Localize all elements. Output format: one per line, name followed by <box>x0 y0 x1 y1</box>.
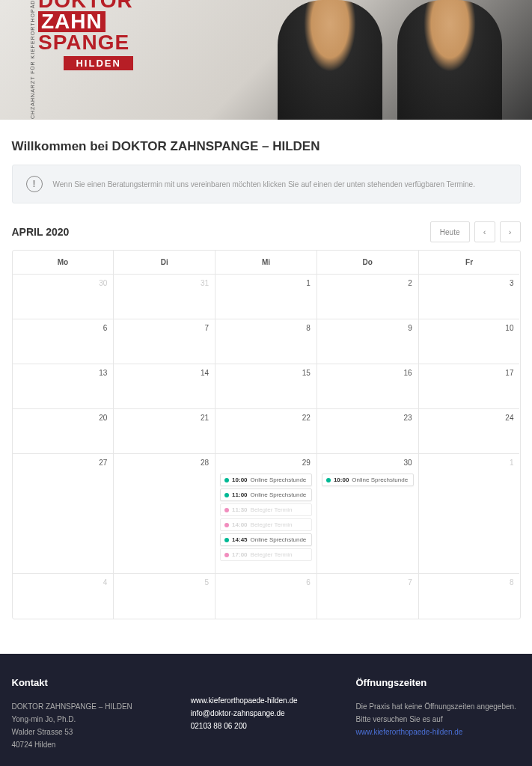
slot-label: Belegter Termin <box>251 521 293 528</box>
calendar-day-cell[interactable]: 6 <box>13 319 114 364</box>
calendar-day-cell[interactable]: 5 <box>114 574 215 619</box>
day-number: 24 <box>505 414 513 422</box>
calendar-day-cell[interactable]: 31 <box>114 275 215 319</box>
day-number: 21 <box>201 414 209 422</box>
day-number: 5 <box>205 578 210 586</box>
status-dot-open-icon <box>326 478 331 482</box>
calendar-day-cell[interactable]: 2 <box>317 275 419 319</box>
calendar-day-cell[interactable]: 6 <box>215 574 317 619</box>
prev-month-button[interactable]: ‹ <box>474 221 495 242</box>
calendar-day-cell[interactable]: 4 <box>13 574 114 619</box>
slot-time: 10:00 <box>334 477 349 483</box>
hours-text: Die Praxis hat keine Öffnungszeiten ange… <box>355 702 516 723</box>
info-text: Wenn Sie einen Beratungstermin mit uns v… <box>53 180 475 189</box>
status-dot-booked-icon <box>224 508 229 512</box>
doctor-name: Yong-min Jo, Ph.D. <box>12 713 132 726</box>
day-number: 7 <box>205 324 210 332</box>
hero-photo <box>278 0 502 120</box>
status-dot-open-icon <box>224 538 229 542</box>
street: Walder Strasse 53 <box>12 726 132 738</box>
practice-name: DOKTOR ZAHNSPANGE – HILDEN <box>12 700 132 713</box>
weekday-header: Fr <box>419 251 520 275</box>
weekday-header: Mi <box>215 251 317 275</box>
logo: FACHZAHNARZT FÜR KIEFERORTHOPÄDIE DOKTOR… <box>30 0 133 120</box>
city: 40724 Hilden <box>12 738 132 751</box>
day-number: 31 <box>201 279 209 287</box>
calendar-day-cell[interactable]: 14 <box>114 364 215 409</box>
logo-tagline: FACHZAHNARZT FÜR KIEFERORTHOPÄDIE <box>30 0 35 120</box>
calendar-day-cell[interactable]: 3 <box>419 275 520 319</box>
footer-hours: Öffnungszeiten Die Praxis hat keine Öffn… <box>355 675 520 751</box>
calendar-day-cell[interactable]: 13 <box>13 364 114 409</box>
hours-link[interactable]: www.kieferorthopaede-hilden.de <box>355 728 462 736</box>
calendar-day-cell[interactable]: 20 <box>13 409 114 454</box>
status-dot-booked-icon <box>224 523 229 527</box>
day-number: 4 <box>103 578 108 586</box>
appointment-slot-open[interactable]: 14:45Online Sprechstunde <box>220 533 312 546</box>
calendar-day-cell[interactable]: 8 <box>215 319 317 364</box>
status-dot-open-icon <box>224 478 229 482</box>
calendar-day-cell[interactable]: 17 <box>419 364 520 409</box>
calendar-day-cell[interactable]: 15 <box>215 364 317 409</box>
status-dot-booked-icon <box>224 553 229 557</box>
day-number: 2 <box>408 279 412 287</box>
day-number: 15 <box>302 369 311 377</box>
slot-label: Online Sprechstunde <box>251 491 307 498</box>
calendar-day-cell[interactable]: 3010:00Online Sprechstunde <box>317 454 419 574</box>
slot-label: Online Sprechstunde <box>352 477 408 483</box>
calendar-day-cell[interactable]: 7 <box>317 574 419 619</box>
calendar-day-cell[interactable]: 2910:00Online Sprechstunde11:00Online Sp… <box>215 454 317 574</box>
info-icon: ! <box>26 176 43 192</box>
slot-label: Online Sprechstunde <box>251 536 307 543</box>
calendar-day-cell[interactable]: 23 <box>317 409 419 454</box>
chevron-right-icon: › <box>509 227 512 236</box>
calendar-day-cell[interactable]: 16 <box>317 364 419 409</box>
weekday-header: Mo <box>13 251 114 275</box>
calendar-day-cell[interactable]: 28 <box>114 454 215 574</box>
next-month-button[interactable]: › <box>500 221 521 242</box>
calendar-day-cell[interactable]: 1 <box>419 454 520 574</box>
chevron-left-icon: ‹ <box>483 227 486 236</box>
calendar-day-cell[interactable]: 9 <box>317 319 419 364</box>
logo-line-2: ZAHN <box>38 11 106 32</box>
calendar-day-cell[interactable]: 8 <box>419 574 520 619</box>
appointment-slot-booked: 11:30Belegter Termin <box>220 503 312 516</box>
day-number: 8 <box>510 578 514 586</box>
day-number: 29 <box>302 459 311 467</box>
day-number: 16 <box>404 369 412 377</box>
appointment-slot-open[interactable]: 10:00Online Sprechstunde <box>220 474 312 486</box>
day-number: 23 <box>404 414 412 422</box>
day-number: 22 <box>302 414 311 422</box>
appointment-slot-open[interactable]: 11:00Online Sprechstunde <box>220 488 312 501</box>
day-number: 1 <box>306 279 311 287</box>
status-dot-open-icon <box>224 493 229 497</box>
day-number: 28 <box>201 459 209 467</box>
today-button[interactable]: Heute <box>430 221 470 242</box>
calendar-day-cell[interactable]: 27 <box>13 454 114 574</box>
page-title: Willkommen bei DOKTOR ZAHNSPANGE – HILDE… <box>12 139 521 154</box>
header-banner: FACHZAHNARZT FÜR KIEFERORTHOPÄDIE DOKTOR… <box>0 0 532 120</box>
calendar-day-cell[interactable]: 1 <box>215 275 317 319</box>
calendar-day-cell[interactable]: 24 <box>419 409 520 454</box>
slot-time: 17:00 <box>232 551 247 558</box>
calendar-day-cell[interactable]: 10 <box>419 319 520 364</box>
footer-links: www.kieferorthopaede-hilden.de info@dokt… <box>191 675 298 751</box>
day-number: 27 <box>99 459 107 467</box>
day-number: 9 <box>408 324 412 332</box>
footer-contact: Kontakt DOKTOR ZAHNSPANGE – HILDEN Yong-… <box>12 675 132 751</box>
calendar-day-cell[interactable]: 7 <box>114 319 215 364</box>
day-number: 17 <box>505 369 513 377</box>
day-number: 8 <box>306 324 311 332</box>
calendar-day-cell[interactable]: 30 <box>13 275 114 319</box>
calendar-day-cell[interactable]: 21 <box>114 409 215 454</box>
slot-time: 11:30 <box>232 506 247 513</box>
footer: Kontakt DOKTOR ZAHNSPANGE – HILDEN Yong-… <box>0 654 532 766</box>
appointment-slot-open[interactable]: 10:00Online Sprechstunde <box>322 474 414 486</box>
website-link[interactable]: www.kieferorthopaede-hilden.de <box>191 696 298 705</box>
slot-time: 14:00 <box>232 521 247 528</box>
email-link[interactable]: info@doktor-zahnspange.de <box>191 709 285 717</box>
slot-label: Belegter Termin <box>251 551 293 558</box>
day-number: 13 <box>99 369 107 377</box>
calendar-day-cell[interactable]: 22 <box>215 409 317 454</box>
calendar-month-title: APRIL 2020 <box>12 226 70 238</box>
